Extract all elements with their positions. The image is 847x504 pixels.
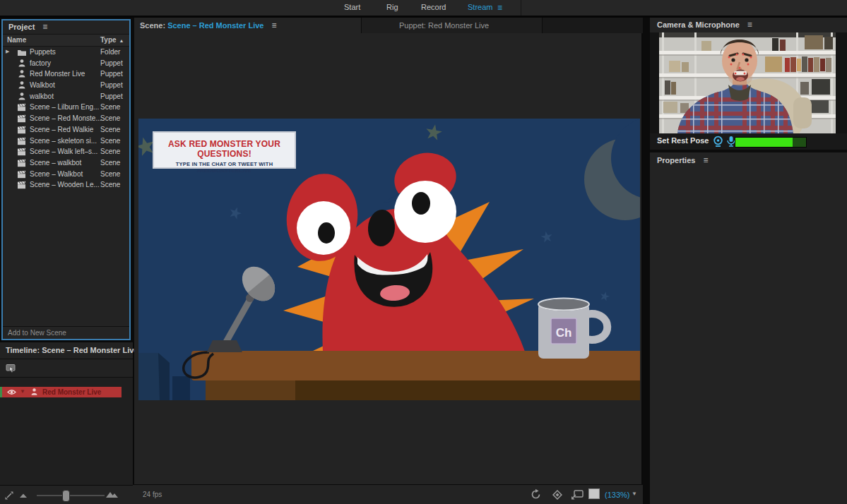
item-type: Folder	[100, 48, 120, 56]
scene-canvas[interactable]: Ch ASK RED MONSTER YOUR QUESTIONS! TYPE …	[138, 119, 640, 400]
project-row[interactable]: Scene – skeleton si... Scene	[3, 136, 129, 147]
track-label: Red Monster Live	[42, 388, 101, 396]
eye-icon[interactable]	[7, 389, 16, 395]
zoom-dropdown-icon[interactable]: ▼	[632, 491, 637, 497]
timeline-title: Timeline: Scene – Red Monster Live	[0, 342, 133, 359]
project-row[interactable]: Scene – Lilburn Eng... Scene	[3, 102, 129, 113]
project-row[interactable]: ▶ Puppets Folder	[3, 47, 129, 58]
item-type: Scene	[100, 126, 120, 133]
zoom-slider-thumb[interactable]	[62, 490, 70, 502]
item-name: Red Monster Live	[30, 70, 85, 78]
scene-tab-prefix: Scene:	[140, 21, 165, 30]
scene-tab-bar: Scene: Scene – Red Monster Live ≡ Puppet…	[133, 18, 643, 33]
audio-level-meter	[735, 137, 807, 148]
tab-record[interactable]: Record	[421, 3, 446, 11]
project-column-headers: Name Type▲	[3, 35, 129, 47]
right-panel: Camera & Microphone ≡	[650, 18, 847, 504]
scene-icon	[17, 159, 27, 167]
fit-view-icon[interactable]	[4, 491, 14, 500]
workspace-menu-icon[interactable]: ≡	[497, 3, 502, 13]
item-name: factory	[30, 59, 51, 67]
item-name: Scene – Wooden Le...	[30, 181, 100, 188]
item-name: Scene – walkbot	[30, 159, 81, 167]
zoom-level[interactable]: (133%)	[605, 491, 629, 499]
item-name: Scene – Walk left–s...	[30, 148, 97, 155]
item-type: Scene	[100, 148, 120, 155]
item-type: Puppet	[100, 70, 123, 78]
item-name: walkbot	[30, 92, 54, 100]
zoom-in-mountain-icon[interactable]	[106, 491, 119, 498]
project-panel: Project ≡ Name Type▲ ▶ Puppets Folder fa…	[1, 19, 131, 340]
set-rest-pose-button[interactable]: Set Rest Pose	[657, 136, 709, 145]
project-row[interactable]: factory Puppet	[3, 58, 129, 69]
refresh-icon[interactable]	[530, 488, 542, 500]
camera-feed-area	[650, 32, 847, 133]
item-type: Scene	[100, 114, 120, 122]
puppet-icon	[18, 59, 25, 68]
tab-scene[interactable]: Scene: Scene – Red Monster Live ≡	[133, 18, 362, 33]
item-name: Puppets	[30, 48, 56, 56]
scene-icon	[17, 114, 27, 123]
scene-icon	[17, 148, 27, 156]
item-type: Scene	[100, 170, 120, 178]
expand-icon[interactable]: ▶	[6, 49, 9, 54]
screen-cast-icon[interactable]	[571, 488, 584, 500]
scene-icon	[17, 137, 27, 145]
scene-icon	[17, 103, 27, 112]
background-swatch[interactable]	[588, 488, 600, 499]
workspace-bar: Start Rig Record Stream ≡	[0, 0, 847, 18]
puppet-icon	[18, 70, 25, 78]
column-name[interactable]: Name	[7, 35, 26, 46]
webcam-icon[interactable]	[712, 136, 724, 148]
project-row[interactable]: Scene – Red Walkie Scene	[3, 124, 129, 136]
item-name: Scene – skeleton si...	[30, 137, 97, 145]
transform-handles-icon[interactable]	[551, 488, 564, 501]
divider	[521, 0, 521, 16]
project-row[interactable]: Red Monster Live Puppet	[3, 68, 129, 80]
timeline-panel: Timeline: Scene – Red Monster Live ▼ Red…	[0, 342, 133, 504]
add-to-new-scene-button[interactable]: Add to New Scene	[3, 326, 129, 339]
tab-puppet[interactable]: Puppet: Red Monster Live	[362, 18, 543, 33]
timeline-tracks: ▼ Red Monster Live	[0, 378, 133, 485]
character-animator-window: Start Rig Record Stream ≡ Project ≡ Name…	[0, 0, 847, 504]
item-name: Walkbot	[30, 81, 55, 89]
audio-level-fill	[735, 138, 793, 147]
webcam-video	[659, 32, 836, 133]
column-type[interactable]: Type▲	[100, 35, 124, 47]
item-type: Scene	[100, 159, 120, 167]
zoom-out-mountain-icon[interactable]	[20, 493, 28, 498]
project-row[interactable]: Scene – Wooden Le... Scene	[3, 179, 129, 191]
scene-tab-menu-icon[interactable]: ≡	[272, 20, 277, 30]
track-expand-icon[interactable]: ▼	[20, 388, 25, 395]
camera-panel-header: Camera & Microphone ≡	[650, 18, 847, 32]
item-type: Scene	[100, 137, 120, 145]
project-row[interactable]: Walkbot Puppet	[3, 80, 129, 91]
sign-subline: TYPE IN THE CHAT OR TWEET WITH #REDMONST…	[154, 161, 295, 174]
sort-asc-icon: ▲	[119, 38, 124, 43]
item-type: Puppet	[100, 81, 123, 89]
project-row[interactable]: Scene – Red Monste... Scene	[3, 113, 129, 124]
panel-menu-icon[interactable]: ≡	[703, 155, 708, 165]
camera-title: Camera & Microphone	[657, 20, 740, 29]
item-name: Scene – Red Monste...	[30, 114, 102, 122]
folder-icon	[17, 48, 27, 56]
project-row[interactable]: Scene – Walk left–s... Scene	[3, 146, 129, 157]
project-row[interactable]: Scene – Walkbot Scene	[3, 169, 129, 180]
properties-title: Properties	[657, 156, 695, 164]
panel-menu-icon[interactable]: ≡	[747, 20, 752, 30]
tab-stream[interactable]: Stream	[468, 3, 492, 11]
zoom-slider-track[interactable]	[37, 495, 105, 496]
panel-menu-icon[interactable]: ≡	[42, 22, 47, 32]
item-type: Puppet	[100, 92, 123, 100]
tab-rig[interactable]: Rig	[386, 3, 398, 11]
project-row[interactable]: walkbot Puppet	[3, 91, 129, 102]
project-row[interactable]: Scene – walkbot Scene	[3, 157, 129, 169]
tab-start[interactable]: Start	[344, 3, 360, 11]
camera-controls-row: Set Rest Pose	[650, 133, 847, 150]
snap-mode-icon[interactable]	[6, 364, 16, 373]
panel-gap	[131, 18, 134, 342]
audio-level-peak	[793, 138, 806, 147]
mug-logo: Ch	[556, 326, 572, 340]
scene-tab-label: Scene – Red Monster Live	[167, 21, 263, 30]
track-red-monster-live[interactable]: ▼ Red Monster Live	[0, 387, 122, 397]
